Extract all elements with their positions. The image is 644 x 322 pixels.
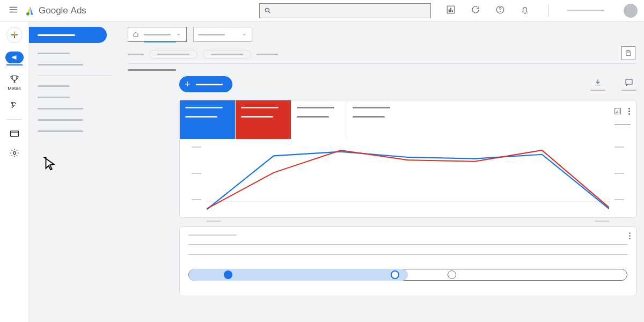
chevron-down-icon	[241, 31, 247, 38]
create-button[interactable]	[6, 27, 23, 43]
slider-step-current[interactable]	[391, 270, 399, 279]
sidebar-item[interactable]	[38, 64, 83, 65]
progress-slider[interactable]	[188, 269, 627, 281]
download-icon	[593, 78, 603, 87]
rail-tools[interactable]	[4, 100, 25, 111]
more-icon[interactable]	[629, 232, 631, 239]
slider-step-done[interactable]	[224, 270, 232, 279]
metric-tabs	[180, 100, 636, 139]
more-icon[interactable]	[628, 108, 631, 115]
active-indicator	[6, 64, 23, 65]
text-placeholder	[188, 244, 627, 245]
text-placeholder	[188, 254, 627, 255]
account-filter[interactable]	[128, 27, 187, 42]
sidebar-item[interactable]	[38, 97, 70, 98]
rail-settings[interactable]	[4, 148, 25, 158]
svg-rect-5	[452, 10, 453, 12]
chart-lines	[207, 143, 609, 213]
menu-icon[interactable]	[6, 3, 20, 19]
reports-icon[interactable]	[446, 5, 456, 17]
y-tick	[614, 147, 624, 148]
notifications-icon[interactable]	[520, 5, 530, 17]
y-tick	[614, 173, 624, 174]
sidebar-item-active[interactable]	[29, 27, 107, 43]
save-icon	[625, 49, 632, 57]
account-name-placeholder	[567, 10, 604, 11]
sidebar-item[interactable]	[38, 130, 83, 132]
svg-point-1	[265, 8, 269, 12]
plus-icon: +	[185, 79, 191, 90]
toolbar: +	[179, 76, 636, 92]
trophy-icon	[9, 74, 20, 85]
metric-tab-1[interactable]	[180, 100, 236, 139]
plus-icon	[10, 30, 19, 40]
left-rail: Metas	[0, 21, 29, 322]
secondary-filter[interactable]	[193, 27, 252, 42]
app-header: Google Ads	[0, 0, 644, 21]
svg-point-9	[13, 152, 16, 155]
svg-rect-3	[449, 10, 450, 12]
scope-row	[120, 42, 644, 63]
ads-logo-icon	[25, 5, 35, 16]
svg-point-7	[500, 11, 500, 12]
help-icon[interactable]	[495, 5, 505, 17]
svg-rect-4	[450, 8, 451, 12]
performance-chart-card	[179, 100, 636, 218]
megaphone-icon	[11, 54, 18, 61]
rail-billing[interactable]	[4, 128, 25, 139]
header-actions	[446, 4, 638, 18]
new-campaign-button[interactable]: +	[179, 76, 232, 92]
scope-label	[257, 54, 278, 55]
metric-tab-4[interactable]	[347, 100, 403, 139]
svg-rect-12	[627, 50, 630, 52]
feedback-button[interactable]	[621, 78, 636, 91]
expand-chart-icon[interactable]	[613, 107, 622, 115]
rail-metas[interactable]: Metas	[4, 74, 25, 91]
avatar[interactable]	[624, 4, 638, 18]
chart-plot	[207, 143, 609, 213]
scope-chip[interactable]	[203, 50, 251, 59]
slider-step-next[interactable]	[448, 270, 456, 279]
sidebar-divider	[38, 75, 112, 76]
x-tick	[207, 221, 221, 222]
optimization-card	[179, 226, 636, 296]
download-button[interactable]	[590, 78, 605, 91]
chevron-down-icon	[175, 31, 182, 38]
card-icon	[9, 128, 20, 139]
brand-logo[interactable]: Google Ads	[25, 5, 86, 16]
rail-label: Metas	[8, 86, 21, 91]
home-icon	[133, 31, 139, 38]
card-controls	[613, 107, 631, 115]
search-input[interactable]	[259, 3, 431, 18]
y-tick	[614, 199, 624, 200]
sidebar-item[interactable]	[38, 119, 83, 121]
metric-tab-3[interactable]	[291, 100, 347, 139]
search-icon	[264, 7, 272, 14]
wrench-icon	[9, 100, 20, 111]
sidebar-item[interactable]	[38, 108, 83, 109]
y-tick	[192, 147, 201, 148]
cursor-pointer-icon	[42, 156, 58, 174]
metric-tab-2[interactable]	[236, 100, 291, 139]
filter-active-underline	[144, 41, 176, 42]
card-heading-placeholder	[188, 235, 237, 236]
divider	[548, 5, 548, 17]
scope-label	[128, 54, 144, 55]
sidebar-item[interactable]	[38, 53, 70, 54]
svg-point-0	[26, 12, 30, 15]
save-view-button[interactable]	[621, 46, 635, 60]
y-tick	[192, 173, 201, 174]
gear-icon	[9, 148, 20, 158]
filter-bar	[120, 27, 644, 42]
scope-chip[interactable]	[149, 50, 197, 59]
y-tick	[192, 199, 201, 200]
feedback-icon	[624, 78, 634, 87]
sidebar-item[interactable]	[38, 85, 70, 87]
refresh-icon[interactable]	[471, 5, 480, 17]
right-axis-label	[614, 124, 631, 129]
slider-fill	[189, 269, 408, 281]
x-tick	[595, 221, 609, 222]
svg-rect-10	[626, 79, 632, 84]
main-content: +	[120, 21, 644, 322]
rail-campaigns[interactable]	[4, 52, 25, 65]
